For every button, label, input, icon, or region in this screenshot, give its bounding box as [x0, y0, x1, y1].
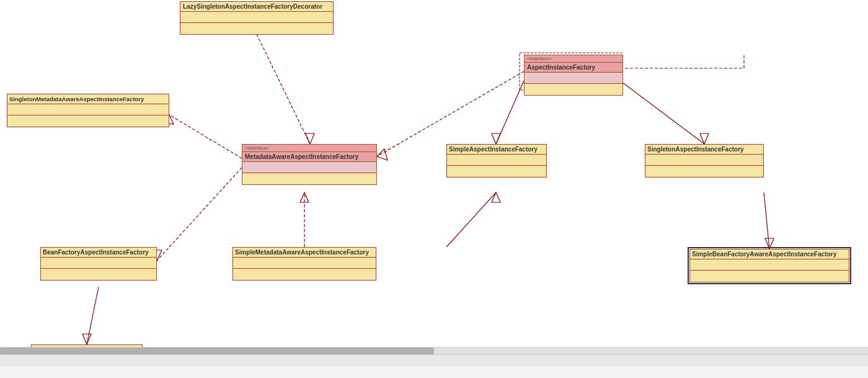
lazy-singleton-section2	[180, 23, 333, 34]
svg-line-0	[257, 34, 310, 144]
svg-marker-12	[492, 192, 500, 202]
metadata-interface-label: «interface»	[242, 145, 376, 152]
svg-line-4	[496, 81, 524, 144]
svg-marker-20	[765, 238, 774, 249]
svg-marker-1	[306, 133, 314, 144]
singleton-metadata-s2	[7, 115, 169, 127]
singleton-aspect-header: SingletonAspectInstanceFactory	[645, 145, 763, 155]
metadata-aware-box: «interface» MetadataAwareAspectInstanceF…	[242, 144, 377, 185]
simple-bean-factory-box[interactable]: SimpleBeanFactoryAwareAspectInstanceFact…	[689, 249, 849, 282]
bean-factory-header: BeanFactoryAspectInstanceFactory	[41, 248, 156, 258]
singleton-aspect-s2	[645, 166, 763, 177]
singleton-metadata-box: SingletonMetadataAwareAspectInstanceFact…	[7, 94, 169, 127]
aspect-factory-section2	[525, 84, 622, 95]
svg-line-15	[157, 168, 242, 261]
svg-line-17	[87, 287, 99, 344]
arrows-layer	[0, 0, 868, 366]
aspect-interface-label: «interface»	[525, 55, 622, 63]
svg-line-13	[169, 115, 242, 158]
svg-marker-10	[300, 192, 309, 202]
svg-line-11	[446, 192, 496, 247]
singleton-aspect-s1	[645, 155, 763, 166]
simple-aspect-box: SimpleAspectInstanceFactory	[446, 144, 547, 178]
aspect-factory-section1	[525, 73, 622, 84]
metadata-aware-header: MetadataAwareAspectInstanceFactory	[242, 152, 376, 162]
simple-bean-factory-s1	[690, 259, 849, 271]
bean-factory-s1	[41, 258, 156, 269]
bean-factory-s2	[41, 269, 156, 280]
simple-metadata-s2	[233, 269, 376, 280]
aspect-instance-factory-box: «interface» AspectInstanceFactory	[524, 55, 623, 96]
svg-marker-3	[377, 149, 388, 160]
svg-marker-5	[492, 133, 500, 144]
simple-bean-factory-s2	[690, 271, 849, 282]
horizontal-scrollbar[interactable]	[0, 347, 868, 354]
lazy-singleton-box: LazySingletonAspectInstanceFactoryDecora…	[180, 1, 334, 35]
diagram-canvas: LazySingletonAspectInstanceFactoryDecora…	[0, 0, 868, 366]
svg-line-6	[620, 81, 704, 144]
metadata-aware-s1	[242, 162, 376, 173]
simple-aspect-s1	[447, 155, 546, 166]
singleton-metadata-s1	[7, 104, 169, 115]
simple-aspect-s2	[447, 166, 546, 177]
svg-line-19	[764, 192, 769, 249]
metadata-aware-s2	[242, 173, 376, 184]
simple-metadata-box: SimpleMetadataAwareAspectInstanceFactory	[232, 247, 376, 281]
bean-factory-box: BeanFactoryAspectInstanceFactory	[40, 247, 157, 281]
lazy-singleton-header: LazySingletonAspectInstanceFactoryDecora…	[180, 2, 333, 12]
svg-marker-18	[82, 334, 91, 344]
simple-bean-factory-header: SimpleBeanFactoryAwareAspectInstanceFact…	[690, 250, 849, 259]
aspect-instance-factory-header: AspectInstanceFactory	[525, 63, 622, 73]
bottom-bar	[0, 354, 868, 366]
simple-aspect-header: SimpleAspectInstanceFactory	[447, 145, 546, 155]
singleton-aspect-box: SingletonAspectInstanceFactory	[645, 144, 764, 178]
simple-metadata-s1	[233, 258, 376, 269]
simple-metadata-header: SimpleMetadataAwareAspectInstanceFactory	[233, 248, 376, 258]
singleton-metadata-header: SingletonMetadataAwareAspectInstanceFact…	[7, 94, 169, 104]
lazy-singleton-section1	[180, 12, 333, 23]
svg-marker-7	[700, 133, 709, 144]
